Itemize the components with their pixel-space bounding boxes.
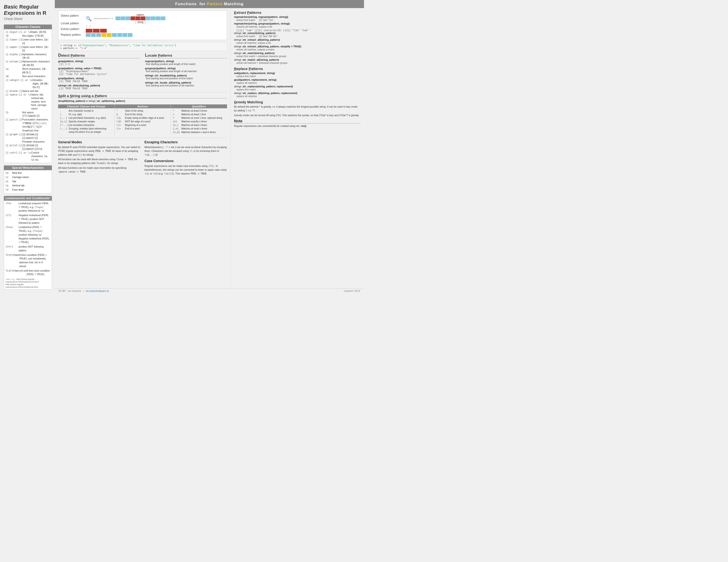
- locate-label: Locate pattern: [61, 22, 81, 25]
- pattern-label: pattern: [137, 14, 144, 16]
- visual-demo-box: Detect pattern Locate pattern Extract pa…: [58, 10, 227, 40]
- function-name: gregexpr(pattern, string): [145, 67, 227, 70]
- function-desc: find starting position and length of fir…: [146, 63, 227, 65]
- replace-block: [117, 33, 122, 37]
- char-classes-groups-box: Character Classes and Groups . Any chara…: [58, 105, 115, 136]
- list-item: Graphical char.:: [5, 129, 50, 132]
- main-title: Basic RegularExpressions in R: [4, 4, 52, 16]
- list-item: {n} Matches exactly n times: [173, 120, 225, 123]
- special-meta-content: \n New line \r Carriage return \t Tab \v…: [4, 170, 52, 194]
- conditional-link[interactable]: http://www.regular-expressions.info/cond…: [5, 283, 38, 288]
- list-item: [[:space:]] or \s Space, tab, vertical t…: [5, 93, 50, 110]
- list-item: [...] List permitted characters, e.g. [a…: [60, 116, 112, 120]
- function-result: [1] TRUE FALSE TRUE: [59, 87, 140, 90]
- quantifiers-heading: Quantifiers: [171, 105, 227, 108]
- function-desc: extract first match [1] "tam" NA "tim": [236, 35, 361, 38]
- right-column: Extract Patterns regmatches(string, rege…: [231, 8, 364, 288]
- list-item: {n,} Matches at least n times: [173, 124, 225, 127]
- function-result: [[1]] "tam" [[2]] character(0) [[3]] "ti…: [236, 29, 361, 32]
- function-item: stringr::str_replace_all(string, pattern…: [234, 92, 361, 95]
- function-desc: extract first match [1] "tam" "tim": [236, 19, 361, 21]
- list-item: ?(if)then|else If-then-else-condition (P…: [5, 269, 50, 277]
- list-item: \\< Beginning of a word: [116, 124, 169, 127]
- greedy-heading: Greedy Matching: [234, 100, 361, 104]
- function-name: grep(pattern, string, value = TRUE): [58, 67, 140, 70]
- footer-email-link[interactable]: ian.kopacka@ages.at: [86, 290, 109, 292]
- note-heading: Note: [234, 119, 361, 124]
- list-item: ?(if)then If-then-condition (PERL = TRUE…: [5, 253, 50, 268]
- footer-bullet: •: [83, 290, 84, 292]
- list-item: (?=) Lookahead (requires PERL = TRUE), e…: [5, 202, 50, 213]
- function-item: stringr::str_extract(string, pattern): [234, 32, 361, 35]
- function-desc: find starting and end position of all ma…: [146, 84, 227, 87]
- prose-section: General Modes By default R uses POSIX ex…: [58, 138, 227, 177]
- general-modes-text2: All functions can be used with literal s…: [58, 158, 141, 165]
- function-item: stringr::str_extract_all(string, pattern…: [234, 45, 361, 48]
- general-modes-heading: General Modes: [58, 140, 141, 145]
- function-name: stringr::str_detect(string, pattern): [58, 84, 140, 87]
- char-classes-content: [[:digit:]] or \d Digits; [0-9] \D Non-d…: [4, 29, 52, 163]
- case-conversions-text: Regular expressions can be made case ins…: [145, 164, 227, 176]
- right-area: Functions for Pattern Matching Detect pa…: [55, 0, 364, 293]
- list-item: \\b Empty string at either edge of a wor…: [116, 116, 169, 120]
- list-item: \v Vertical tab: [5, 184, 50, 188]
- function-item: stringr::str_match_all(string, pattern): [234, 58, 361, 61]
- case-conversions-heading: Case Conversions: [145, 159, 227, 164]
- replace-block: [112, 33, 117, 37]
- function-name: grep(pattern, string): [58, 60, 140, 63]
- general-modes-col: General Modes By default R uses POSIX ex…: [58, 140, 141, 177]
- function-desc: replace all matches: [236, 95, 361, 98]
- split-heading: Split a String using a Pattern: [58, 94, 227, 98]
- split-section: Split a String using a Pattern strsplit(…: [58, 92, 227, 102]
- extract-patterns-section: Extract Patterns regmatches(string, rege…: [234, 10, 361, 64]
- function-name: regexpr(pattern, string): [145, 60, 227, 63]
- function-result: [1] TRUE FALSE TRUE: [59, 80, 140, 83]
- page: Basic RegularExpressions in R Cheat Shee…: [0, 0, 364, 293]
- locate-heading: Locate Patterns: [145, 53, 227, 58]
- pattern-block: [161, 16, 165, 20]
- function-item: regmatches(string, regexpr(pattern, stri…: [234, 15, 361, 18]
- replace-block: [86, 33, 91, 37]
- string-label: string: [135, 21, 145, 23]
- list-item: | Or, e.g. (a|b): [60, 113, 112, 116]
- general-modes-text3: All base functions can be made case inse…: [58, 166, 141, 174]
- extract-heading: Extract Patterns: [234, 10, 361, 15]
- function-desc: replace first match: [236, 75, 361, 78]
- list-item: \r Carriage return: [5, 176, 50, 179]
- list-item: \D Non-digits; [^0-9]: [5, 34, 50, 38]
- footer-left: CC BY Ian Kopacka • ian.kopacka@ages.at: [59, 290, 109, 292]
- list-item: \\> End of a word: [116, 127, 169, 131]
- center-column: Detect pattern Locate pattern Extract pa…: [55, 8, 231, 288]
- detect-patterns-col: Detect Patterns grep(pattern, string) [1…: [58, 53, 140, 90]
- detect-label: Detect pattern: [61, 14, 81, 17]
- lookaround-link[interactable]: http://www.regular-expressions.info/look…: [5, 278, 39, 283]
- list-item: [[:lower:]] Lower-case letters; [a-z]: [5, 38, 50, 45]
- function-name: grepl(pattern, string): [58, 77, 140, 80]
- replace-block: [128, 33, 132, 37]
- code-line1: > string <- c("Hiphopopotamus", "Rhymeno…: [60, 44, 225, 47]
- greedy-text2: Greedy mode can be turned off using (?U)…: [234, 114, 361, 117]
- note-text: Regular expressions can conveniently be …: [234, 124, 361, 128]
- replace-block: [122, 33, 127, 37]
- replace-block: [91, 33, 96, 37]
- general-modes-text1: By default R uses POSIX extended regular…: [58, 146, 141, 157]
- list-item: ^ Start of the string: [116, 109, 169, 113]
- function-item: stringr::str_match(string, pattern): [234, 52, 361, 55]
- cc-by-link[interactable]: CC BY: [59, 290, 66, 292]
- replace-patterns-section: Replace Patterns sub(pattern, replacemen…: [234, 67, 361, 98]
- escaping-heading: Escaping Characters: [145, 140, 227, 145]
- bottom-three-cols: Character Classes and Groups . Any chara…: [58, 104, 227, 136]
- list-item: [a-z] Specify character ranges: [60, 120, 112, 123]
- list-item: [^...] List excluded characters: [60, 124, 112, 127]
- arrow-icon: ──────→: [94, 16, 114, 21]
- function-item: gsub(pattern, replacement, string): [234, 78, 361, 81]
- list-item: [[:xdigit:]] or \x Hexadec. digits; [0-9…: [5, 78, 50, 89]
- main-content: Detect pattern Locate pattern Extract pa…: [55, 8, 364, 288]
- list-item: (...) Grouping, enables back referencing…: [60, 127, 112, 134]
- magnifier-icon: 🔍: [86, 16, 92, 21]
- function-desc: replace first match: [236, 88, 361, 91]
- function-item: stringr::str_extract_all(string, pattern…: [234, 38, 361, 41]
- list-item: [[:punct:]] Punctuation characters;!"#$%…: [5, 118, 50, 129]
- list-item: . Any character except \n: [60, 109, 112, 113]
- function-desc: extracts all matches, outputs a list: [236, 25, 361, 28]
